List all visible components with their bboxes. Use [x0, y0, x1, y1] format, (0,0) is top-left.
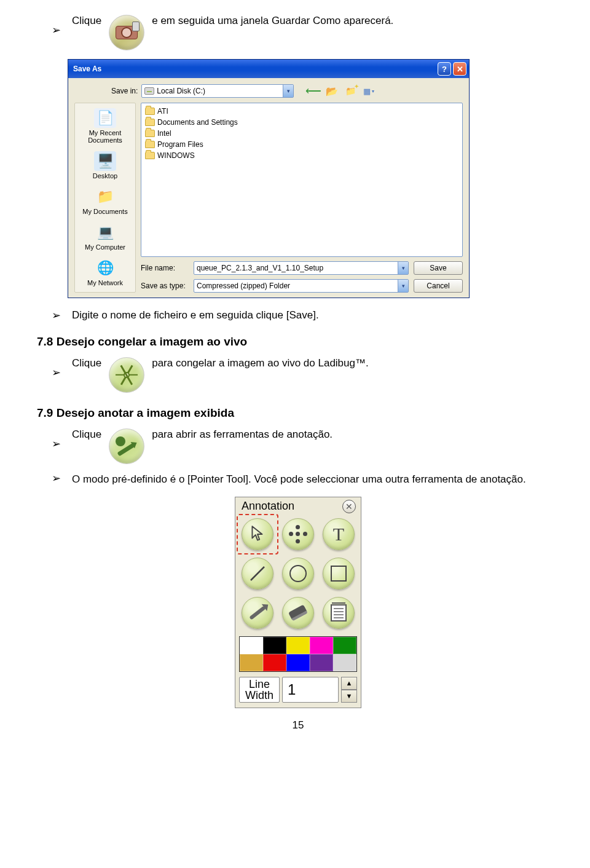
type-label: Save as type:	[141, 282, 189, 290]
snowflake-icon	[109, 357, 144, 393]
square-icon	[331, 566, 347, 582]
file-list[interactable]: ATI Documents and Settings Intel Program…	[141, 103, 463, 257]
notepad-icon	[331, 604, 347, 621]
swatch[interactable]	[310, 654, 333, 671]
annotation-title: Annotation	[242, 500, 294, 513]
folder-icon	[145, 141, 155, 148]
save-in-value: Local Disk (C:)	[157, 87, 205, 95]
folder-icon	[145, 108, 155, 115]
step3-prefix: Clique	[72, 357, 101, 369]
line-width-up-button[interactable]: ▲	[341, 677, 357, 690]
swatch[interactable]	[333, 654, 356, 671]
line-width-down-button[interactable]: ▼	[341, 690, 357, 703]
bullet-arrow-icon: ➢	[52, 438, 61, 449]
save-as-dialog: Save As ? ✕ Save in: Local Disk (C:) ▾ ⟵…	[68, 59, 470, 298]
step2-text: Digite o nome de ficheiro e em seguida c…	[72, 309, 319, 322]
folder-icon	[145, 152, 155, 159]
dialog-titlebar: Save As ? ✕	[68, 60, 469, 78]
swatch[interactable]	[240, 637, 263, 654]
folder-icon	[145, 119, 155, 126]
step4-suffix: para abrir as ferramentas de anotação.	[152, 428, 332, 441]
folder-item[interactable]: WINDOWS	[145, 150, 458, 161]
line-width-value[interactable]: 1	[282, 677, 339, 703]
swatch[interactable]	[310, 637, 333, 654]
swatch[interactable]	[286, 654, 310, 671]
save-in-label: Save in:	[111, 87, 138, 95]
save-in-select[interactable]: Local Disk (C:) ▾	[141, 84, 294, 98]
nav-up-icon[interactable]: 📂	[324, 84, 339, 98]
place-recent[interactable]: 📄 My Recent Documents	[77, 106, 133, 146]
step1-suffix: e em seguida uma janela Guardar Como apa…	[152, 15, 393, 27]
step1-prefix: Clique	[72, 15, 101, 27]
heading-7-8: 7.8 Desejo congelar a imagem ao vivo	[37, 335, 559, 349]
filename-input[interactable]: queue_PC_2.1.3_and_V1_1.10_Setup ▾	[194, 261, 409, 275]
line-icon	[247, 563, 268, 584]
move-tool-button[interactable]	[282, 518, 314, 550]
place-desktop[interactable]: 🖥️ Desktop	[77, 149, 133, 182]
type-select[interactable]: Compressed (zipped) Folder ▾	[194, 279, 409, 293]
selection-highlight	[237, 514, 278, 554]
close-button[interactable]: ✕	[453, 62, 466, 76]
nav-new-folder-icon[interactable]: 📁✦	[343, 84, 358, 98]
page-number: 15	[37, 719, 559, 732]
mydocs-icon: 📁	[94, 187, 116, 207]
step4-prefix: Clique	[72, 428, 101, 441]
folder-item[interactable]: ATI	[145, 106, 458, 117]
help-button[interactable]: ?	[438, 62, 451, 76]
swatch[interactable]	[333, 637, 356, 654]
dialog-title: Save As	[73, 65, 101, 73]
rectangle-tool-button[interactable]	[323, 558, 355, 590]
circle-icon	[289, 565, 307, 582]
chevron-down-icon: ▾	[283, 85, 293, 97]
bullet-arrow-icon: ➢	[52, 310, 61, 321]
swatch[interactable]	[263, 654, 286, 671]
folder-item[interactable]: Program Files	[145, 139, 458, 150]
color-swatches	[239, 636, 357, 672]
step3-suffix: para congelar a imagem ao vivo do Ladibu…	[152, 357, 369, 369]
swatch[interactable]	[240, 654, 263, 671]
swatch[interactable]	[263, 637, 286, 654]
folder-icon	[145, 130, 155, 137]
swatch[interactable]	[286, 637, 310, 654]
nav-back-icon[interactable]: ⟵	[306, 84, 321, 98]
bullet-pointer-default: ➢ O modo pré-definido é o [Pointer Tool]…	[52, 473, 559, 487]
cancel-button[interactable]: Cancel	[414, 279, 463, 293]
network-icon: 🌐	[94, 258, 116, 278]
bullet-arrow-icon: ➢	[52, 367, 61, 378]
place-mydocs[interactable]: 📁 My Documents	[77, 184, 133, 218]
chevron-down-icon: ▾	[398, 262, 408, 274]
nav-view-icon[interactable]: ▦▾	[361, 84, 376, 98]
filename-label: File name:	[141, 264, 189, 272]
close-icon[interactable]: ✕	[342, 500, 356, 513]
heading-7-9: 7.9 Desejo anotar a imagem exibida	[37, 406, 559, 420]
bullet-click-freeze: ➢ Clique para congelar a imagem ao vivo …	[52, 357, 559, 393]
places-bar: 📄 My Recent Documents 🖥️ Desktop 📁 My Do…	[74, 103, 136, 293]
pencil-tool-button[interactable]	[242, 597, 273, 629]
bullet-click-camera: ➢ Clique e em seguida uma janela Guardar…	[52, 15, 559, 50]
camera-icon	[109, 15, 144, 50]
notepad-tool-button[interactable]	[323, 597, 355, 629]
text-tool-button[interactable]: T	[323, 518, 355, 550]
bullet-click-annotate: ➢ Clique para abrir as ferramentas de an…	[52, 428, 559, 464]
move-icon	[289, 525, 307, 543]
bullet-type-filename: ➢ Digite o nome de ficheiro e em seguida…	[52, 309, 559, 322]
place-network[interactable]: 🌐 My Network	[77, 256, 133, 289]
disk-icon	[144, 87, 154, 95]
annotation-panel: Annotation ✕ T	[235, 497, 361, 708]
annotate-pen-icon	[109, 428, 144, 464]
mycomputer-icon: 💻	[94, 223, 116, 242]
folder-item[interactable]: Intel	[145, 128, 458, 139]
line-tool-button[interactable]	[242, 558, 273, 590]
folder-item[interactable]: Documents and Settings	[145, 117, 458, 128]
save-button[interactable]: Save	[414, 261, 463, 275]
eraser-tool-button[interactable]	[282, 597, 314, 629]
desktop-icon: 🖥️	[94, 151, 116, 171]
place-mycomputer[interactable]: 💻 My Computer	[77, 220, 133, 253]
chevron-down-icon: ▾	[398, 280, 408, 292]
svg-line-0	[251, 567, 264, 580]
circle-tool-button[interactable]	[282, 558, 314, 590]
bullet-arrow-icon: ➢	[52, 25, 61, 36]
pencil-icon	[249, 606, 266, 620]
eraser-icon	[288, 604, 308, 621]
bullet-arrow-icon: ➢	[52, 473, 61, 484]
